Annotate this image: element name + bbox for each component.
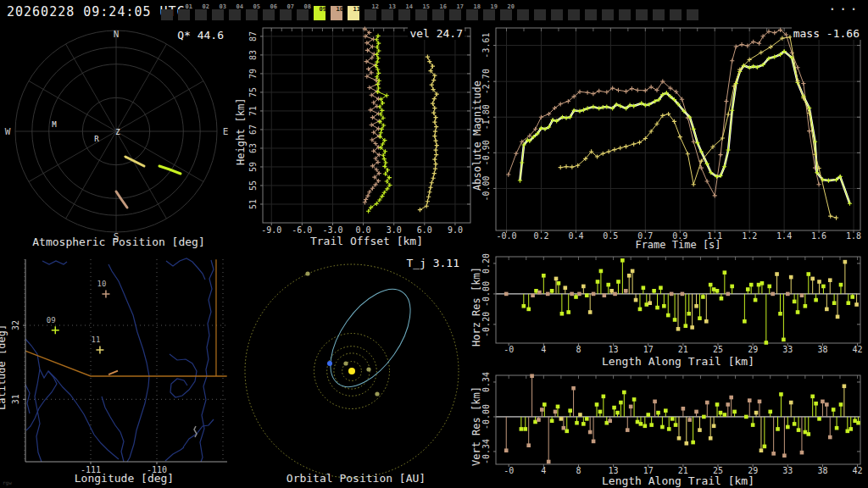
light-curve-panel: -0.00.20.40.50.70.91.11.21.41.61.8-3.61-… (475, 24, 868, 251)
ground-map-panel: 091011-111-1103231 Longitude [deg] Latit… (0, 251, 237, 488)
event-tile-03[interactable]: 03 (212, 9, 224, 20)
event-tile-13[interactable]: 13 (381, 9, 393, 20)
event-tile[interactable] (585, 9, 597, 20)
event-tile-label: 13 (389, 3, 396, 10)
svg-text:-0.20: -0.20 (481, 312, 491, 337)
event-tile-20[interactable]: 20 (500, 9, 512, 20)
svg-text:6.0: 6.0 (417, 225, 432, 235)
event-tile-label: 15 (423, 3, 430, 10)
event-tile-02[interactable]: 02 (195, 9, 207, 20)
horz-residuals-panel: -04813172125293338420.20-0.00-0.20 Lengt… (475, 251, 868, 369)
top-bar: 20260228 09:24:05 UTC 010203040506070809… (0, 0, 868, 23)
event-tile[interactable] (161, 9, 173, 20)
mars-dot (375, 391, 379, 396)
event-tile-07[interactable]: 07 (280, 9, 292, 20)
svg-text:29: 29 (748, 345, 758, 354)
svg-text:10: 10 (97, 280, 107, 288)
event-tile[interactable] (687, 9, 698, 20)
event-tile[interactable] (568, 9, 580, 20)
svg-text:67: 67 (248, 125, 258, 135)
venus-dot (366, 367, 370, 371)
svg-text:59: 59 (248, 162, 258, 172)
event-tile-10[interactable]: 10 (331, 6, 342, 20)
vert-res-ylabel: Vert Res [km] (470, 386, 482, 466)
absolute-magnitude-ylabel: Absolute Magnitude (471, 80, 483, 191)
vert-residuals-chart: -04813172125293338420.34-0.00-0.34 (475, 369, 868, 488)
event-tile-label: 10 (337, 6, 343, 13)
svg-text:9.0: 9.0 (448, 225, 463, 235)
event-tile-01[interactable]: 01 (178, 9, 190, 20)
event-tile[interactable] (653, 9, 665, 20)
svg-text:51: 51 (248, 199, 258, 209)
event-tile[interactable] (670, 9, 682, 20)
svg-text:-6.0: -6.0 (292, 225, 312, 235)
event-tile[interactable] (534, 9, 546, 20)
event-tile[interactable] (602, 9, 614, 20)
event-tile-strip: 0102030405060708091011121314151617181920 (161, 3, 704, 20)
mass-stat: mass -1.66 (792, 27, 861, 40)
event-tile-label: 17 (457, 3, 464, 10)
svg-text:09: 09 (47, 316, 56, 324)
trail-11 (125, 157, 144, 166)
series-station-11 (418, 55, 439, 213)
event-tile-11[interactable]: 11 (348, 6, 359, 20)
series-station-09 (366, 34, 392, 214)
svg-text:55: 55 (248, 180, 258, 191)
event-tile-19[interactable]: 19 (483, 9, 495, 20)
event-tile-label: 14 (406, 3, 413, 10)
event-tile-label: 19 (491, 3, 498, 10)
svg-text:W: W (5, 126, 11, 137)
meteor-ground-track (108, 371, 118, 374)
svg-text:11: 11 (91, 336, 100, 344)
ground-map-chart: 091011-111-1103231 (0, 251, 237, 488)
station-marker-09: 09 (47, 316, 59, 335)
event-tile-label: 05 (253, 3, 260, 10)
event-tile[interactable] (551, 9, 563, 20)
svg-text:-0.34: -0.34 (481, 439, 491, 464)
event-tile-label: 06 (270, 3, 277, 10)
event-tile-label: 09 (320, 6, 326, 13)
magnitude-chart: -0.00.20.40.50.70.91.11.21.41.61.8-3.61-… (475, 24, 868, 251)
event-tile[interactable] (517, 9, 529, 20)
svg-text:33: 33 (782, 345, 793, 354)
svg-text:-3.61: -3.61 (481, 33, 491, 58)
event-tile-05[interactable]: 05 (246, 9, 258, 20)
timestamp: 20260228 09:24:05 UTC (7, 4, 186, 19)
mercury-dot (343, 361, 348, 365)
series-lightcurve-10 (506, 28, 821, 198)
frame-time-xlabel: Frame Time [s] (496, 239, 860, 251)
svg-text:-0: -0 (504, 345, 514, 354)
event-tile-18[interactable]: 18 (466, 9, 478, 20)
series-station-10 (363, 27, 381, 205)
event-tile-09[interactable]: 09 (314, 6, 326, 20)
event-tile-12[interactable]: 12 (364, 9, 376, 20)
event-tile-06[interactable]: 06 (263, 9, 275, 20)
horz-length-xlabel: Length Along Trail [km] (496, 355, 860, 368)
event-tile-label: 01 (186, 3, 192, 10)
event-tile[interactable] (636, 9, 648, 20)
event-tile-04[interactable]: 04 (229, 9, 241, 20)
svg-text:0.0: 0.0 (356, 225, 371, 235)
event-tile-08[interactable]: 08 (297, 9, 309, 20)
velocity-stat: vel 24.7 (408, 27, 465, 40)
svg-text:4: 4 (541, 345, 546, 354)
series-lightcurve-09 (518, 49, 852, 206)
height-ylabel: Height [km] (235, 98, 247, 165)
event-tile[interactable] (619, 9, 631, 20)
event-tile-14[interactable]: 14 (398, 9, 410, 20)
orbital-position-panel: T_j 3.11 Orbital Position [AU] (237, 251, 475, 488)
horz-residuals-chart: -04813172125293338420.20-0.00-0.20 (475, 251, 868, 369)
series-horz-residuals (504, 258, 859, 345)
station-marker-10: 10 (97, 280, 110, 298)
station-marker-11: 11 (91, 336, 103, 354)
svg-text:79: 79 (248, 69, 258, 79)
svg-text:13: 13 (609, 345, 619, 354)
event-tile-15[interactable]: 15 (415, 9, 427, 20)
event-tile-16[interactable]: 16 (432, 9, 444, 20)
vert-residuals-panel: -04813172125293338420.34-0.00-0.34 Lengt… (475, 369, 868, 488)
series-lightcurve-11 (559, 35, 839, 219)
event-tile-17[interactable]: 17 (449, 9, 461, 20)
overflow-menu[interactable]: ... (828, 0, 860, 14)
trail-offset-chart: -9.0-6.0-3.00.03.06.09.05155596367717579… (237, 24, 475, 251)
trail-offset-xlabel: Trail Offset [km] (263, 235, 470, 247)
